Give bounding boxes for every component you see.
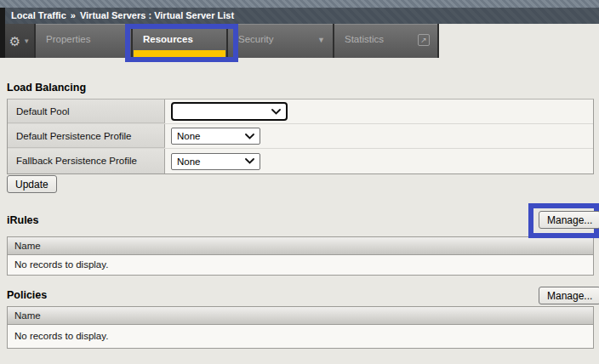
- policies-name-header: Name: [8, 307, 593, 325]
- load-balancing-table: Default Pool Default Persistence Profile…: [7, 99, 594, 174]
- tab-resources-label: Resources: [143, 34, 193, 44]
- gear-icon: ⚙: [9, 35, 20, 48]
- irules-manage-button[interactable]: Manage...: [539, 211, 599, 229]
- table-row: Default Pool: [8, 100, 593, 124]
- breadcrumb: Local Traffic»Virtual Servers : Virtual …: [0, 8, 599, 24]
- tab-statistics-label: Statistics: [345, 34, 384, 44]
- breadcrumb-section[interactable]: Local Traffic: [11, 10, 66, 20]
- dropdown-chevron-icon: [245, 134, 254, 139]
- bigip-resources-page: Local Traffic»Virtual Servers : Virtual …: [0, 0, 599, 364]
- policies-title: Policies: [7, 289, 47, 301]
- tab-resources[interactable]: Resources: [133, 24, 226, 58]
- table-row: Fallback Persistence Profile None: [8, 149, 593, 173]
- irules-empty-row: No records to display.: [8, 255, 593, 275]
- external-link-icon: ↗: [418, 34, 430, 46]
- irules-table: Name No records to display.: [7, 236, 594, 276]
- default-pool-cell: [165, 100, 593, 123]
- default-pool-select[interactable]: [171, 102, 288, 121]
- fallback-persistence-value: None: [177, 156, 201, 167]
- policies-empty-row: No records to display.: [8, 325, 593, 348]
- fallback-persistence-select[interactable]: None: [171, 153, 260, 170]
- dropdown-chevron-icon: [245, 158, 254, 164]
- gear-caret-icon: ▼: [23, 37, 30, 45]
- fallback-persistence-label: Fallback Persistence Profile: [8, 149, 165, 173]
- default-pool-label: Default Pool: [8, 100, 165, 123]
- fallback-persistence-cell: None: [165, 149, 593, 173]
- irules-title: iRules: [7, 214, 39, 226]
- tab-security[interactable]: Security ▼: [228, 24, 333, 58]
- update-button[interactable]: Update: [7, 175, 57, 193]
- table-row: Default Persistence Profile None: [8, 124, 593, 149]
- chevron-down-icon: ▼: [317, 36, 325, 44]
- tab-statistics[interactable]: Statistics ↗: [334, 24, 437, 58]
- top-stripe-band: [0, 0, 599, 8]
- tab-properties[interactable]: Properties: [36, 24, 131, 58]
- default-persistence-label: Default Persistence Profile: [8, 124, 165, 148]
- dropdown-chevron-icon: [271, 109, 281, 115]
- tab-security-label: Security: [238, 34, 274, 44]
- default-persistence-cell: None: [165, 124, 593, 148]
- load-balancing-title: Load Balancing: [7, 82, 86, 94]
- policies-table: Name No records to display.: [7, 306, 594, 349]
- policies-manage-button[interactable]: Manage...: [539, 287, 599, 304]
- active-tab-underline: [134, 50, 225, 57]
- tab-bar: ⚙ ▼ Properties Resources Security ▼ Stat…: [5, 24, 439, 58]
- default-persistence-value: None: [177, 131, 201, 141]
- irules-name-header: Name: [8, 237, 593, 255]
- settings-menu-button[interactable]: ⚙ ▼: [5, 24, 34, 58]
- breadcrumb-page: Virtual Servers : Virtual Server List: [80, 10, 234, 20]
- breadcrumb-separator: »: [71, 10, 76, 20]
- default-persistence-select[interactable]: None: [171, 128, 260, 145]
- tab-properties-label: Properties: [46, 34, 90, 44]
